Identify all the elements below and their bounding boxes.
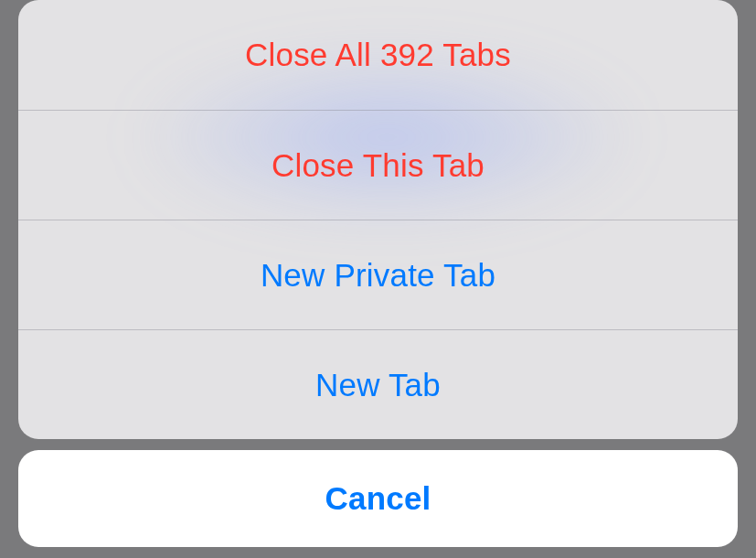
action-sheet-options-group: Close All 392 Tabs Close This Tab New Pr… [18,0,738,439]
close-all-tabs-button[interactable]: Close All 392 Tabs [18,0,738,110]
action-sheet-cancel-group: Cancel [18,450,738,547]
new-private-tab-button[interactable]: New Private Tab [18,220,738,329]
action-sheet: Close All 392 Tabs Close This Tab New Pr… [18,0,738,547]
close-this-tab-button[interactable]: Close This Tab [18,110,738,220]
new-tab-button[interactable]: New Tab [18,329,738,439]
cancel-button[interactable]: Cancel [18,450,738,547]
